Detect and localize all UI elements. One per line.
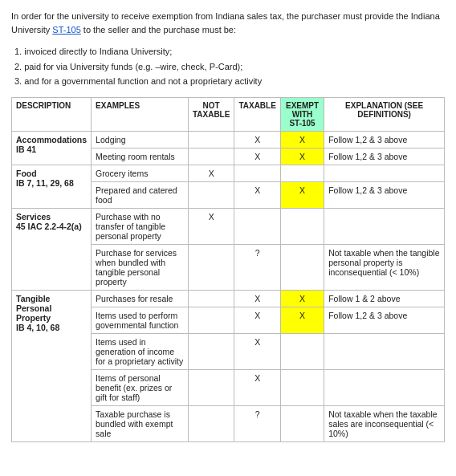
cell-example: Purchase for services when bundled with … — [92, 245, 189, 291]
header-description: DESCRIPTION — [12, 98, 92, 132]
cell-example: Grocery items — [92, 165, 189, 182]
cell-taxable: X — [234, 182, 280, 209]
cell-exempt — [280, 406, 324, 442]
cell-not-taxable — [188, 245, 234, 291]
cell-exempt — [280, 334, 324, 370]
cell-taxable: X — [234, 148, 280, 165]
rule-3: 3. and for a governmental function and n… — [14, 74, 445, 89]
table-row: FoodIB 7, 11, 29, 68Grocery itemsX — [12, 165, 445, 182]
cell-not-taxable — [188, 370, 234, 406]
cell-explanation: Follow 1,2 & 3 above — [324, 148, 445, 165]
cell-exempt: X — [280, 132, 324, 148]
cell-exempt — [280, 245, 324, 291]
cell-exempt: X — [280, 148, 324, 165]
header-examples: EXAMPLES — [92, 98, 189, 132]
cell-taxable: X — [234, 291, 280, 307]
cell-description: Services45 IAC 2.2-4-2(a) — [12, 209, 92, 291]
cell-example: Items used in generation of income for a… — [92, 334, 189, 370]
header-exempt: EXEMPT WITH ST-105 — [280, 98, 324, 132]
cell-exempt — [280, 370, 324, 406]
cell-example: Items of personal benefit (ex. prizes or… — [92, 370, 189, 406]
cell-taxable: ? — [234, 245, 280, 291]
intro-text: In order for the university to receive e… — [11, 10, 445, 36]
cell-taxable: X — [234, 132, 280, 148]
cell-not-taxable — [188, 132, 234, 148]
header-taxable: TAXABLE — [234, 98, 280, 132]
cell-explanation — [324, 370, 445, 406]
cell-taxable: X — [234, 370, 280, 406]
cell-taxable: X — [234, 307, 280, 334]
cell-explanation — [324, 165, 445, 182]
cell-explanation: Not taxable when the tangible personal p… — [324, 245, 445, 291]
cell-exempt — [280, 165, 324, 182]
cell-example: Purchases for resale — [92, 291, 189, 307]
cell-example: Prepared and catered food — [92, 182, 189, 209]
cell-not-taxable — [188, 148, 234, 165]
exemption-table: DESCRIPTION EXAMPLES NOT TAXABLE TAXABLE… — [11, 97, 445, 442]
rule-1: 1. invoiced directly to Indiana Universi… — [14, 44, 445, 59]
cell-explanation: Follow 1 & 2 above — [324, 291, 445, 307]
table-row: Tangible Personal PropertyIB 4, 10, 68Pu… — [12, 291, 445, 307]
cell-description: FoodIB 7, 11, 29, 68 — [12, 165, 92, 209]
cell-taxable: X — [234, 334, 280, 370]
cell-exempt — [280, 209, 324, 245]
cell-example: Lodging — [92, 132, 189, 148]
cell-explanation: Follow 1,2 & 3 above — [324, 182, 445, 209]
rules-list: 1. invoiced directly to Indiana Universi… — [11, 44, 445, 89]
cell-explanation: Not taxable when the taxable sales are i… — [324, 406, 445, 442]
cell-explanation — [324, 334, 445, 370]
table-row: AccommodationsIB 41LodgingXXFollow 1,2 &… — [12, 132, 445, 148]
cell-description: AccommodationsIB 41 — [12, 132, 92, 165]
cell-exempt: X — [280, 307, 324, 334]
cell-not-taxable — [188, 291, 234, 307]
cell-taxable: ? — [234, 406, 280, 442]
cell-taxable — [234, 209, 280, 245]
cell-taxable — [234, 165, 280, 182]
cell-example: Meeting room rentals — [92, 148, 189, 165]
cell-example: Taxable purchase is bundled with exempt … — [92, 406, 189, 442]
cell-example: Items used to perform governmental funct… — [92, 307, 189, 334]
cell-exempt: X — [280, 182, 324, 209]
cell-explanation: Follow 1,2 & 3 above — [324, 307, 445, 334]
cell-explanation — [324, 209, 445, 245]
cell-not-taxable — [188, 307, 234, 334]
cell-not-taxable — [188, 406, 234, 442]
table-row: Services45 IAC 2.2-4-2(a)Purchase with n… — [12, 209, 445, 245]
rule-2: 2. paid for via University funds (e.g. –… — [14, 59, 445, 75]
cell-not-taxable: X — [188, 209, 234, 245]
cell-not-taxable — [188, 182, 234, 209]
header-not-taxable: NOT TAXABLE — [188, 98, 234, 132]
st105-link[interactable]: ST-105 — [52, 25, 80, 35]
header-explanation: EXPLANATION (SEE DEFINITIONS) — [324, 98, 445, 132]
cell-exempt: X — [280, 291, 324, 307]
cell-not-taxable — [188, 334, 234, 370]
cell-description: Tangible Personal PropertyIB 4, 10, 68 — [12, 291, 92, 442]
cell-explanation: Follow 1,2 & 3 above — [324, 132, 445, 148]
intro-after-link: to the seller and the purchase must be: — [81, 25, 236, 35]
cell-example: Purchase with no transfer of tangible pe… — [92, 209, 189, 245]
cell-not-taxable: X — [188, 165, 234, 182]
